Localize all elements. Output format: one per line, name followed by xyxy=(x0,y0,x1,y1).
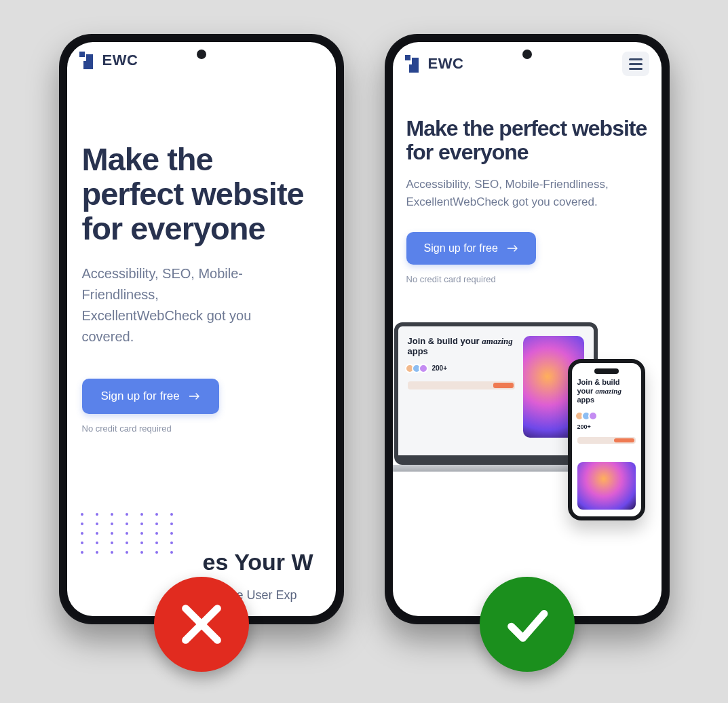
bad-verdict-badge xyxy=(154,577,249,672)
arrow-right-icon xyxy=(507,245,518,252)
arrow-right-icon xyxy=(189,393,200,400)
brand-name: EWC xyxy=(428,55,464,73)
laptop-mockup: Join & build your amazing apps 200+ xyxy=(394,322,598,465)
good-verdict-badge xyxy=(480,577,575,672)
phone-frame: EWC Make the perfect website for everyon… xyxy=(59,34,344,624)
signup-button-label: Sign up for free xyxy=(424,242,498,254)
hero-title: Make the perfect website for everyone xyxy=(406,117,648,164)
overflow-heading-fragment: es Your W xyxy=(203,549,313,575)
checkmark-icon xyxy=(501,598,554,651)
brand-name: EWC xyxy=(102,52,138,69)
mock-avatars-row xyxy=(577,411,636,421)
mock-count: 200+ xyxy=(432,364,448,372)
comparison-bad: EWC Make the perfect website for everyon… xyxy=(59,34,344,624)
phone-screen: EWC Make the perfect website for everyon… xyxy=(393,42,662,616)
device-mockups: Join & build your amazing apps 200+ xyxy=(406,310,648,541)
cta-note: No credit card required xyxy=(406,274,648,284)
phone-screen: EWC Make the perfect website for everyon… xyxy=(67,42,336,616)
decorative-dot-grid xyxy=(81,513,178,554)
signup-button-label: Sign up for free xyxy=(101,390,180,403)
mock-phone-image xyxy=(577,462,636,510)
mock-input xyxy=(577,437,636,444)
mock-phone-title: Join & build your amazing apps xyxy=(577,378,636,405)
mock-input xyxy=(408,381,515,390)
hero-subtitle: Accessibility, SEO, Mobile-Friendliness,… xyxy=(406,176,648,212)
header: EWC xyxy=(393,42,662,81)
mock-avatars-row: 200+ xyxy=(408,364,515,373)
comparison-good: EWC Make the perfect website for everyon… xyxy=(385,34,670,624)
signup-button[interactable]: Sign up for free xyxy=(82,379,219,414)
mock-laptop-title: Join & build your amazing apps xyxy=(408,336,515,357)
brand[interactable]: EWC xyxy=(79,52,138,69)
mini-phone-mockup: Join & build your amazing apps 200+ xyxy=(568,359,645,520)
overflow-subheading-fragment: e User Exp xyxy=(237,588,297,603)
cross-icon xyxy=(175,598,228,651)
header: EWC xyxy=(67,42,336,75)
hero-subtitle: Accessibility, SEO, Mobile-Friendliness,… xyxy=(82,263,258,347)
hero-section: Make the perfect website for everyone Ac… xyxy=(67,75,336,434)
hero-title: Make the perfect website for everyone xyxy=(82,142,321,246)
mock-count: 200+ xyxy=(577,423,636,430)
hamburger-menu-button[interactable] xyxy=(622,52,649,76)
cta-note: No credit card required xyxy=(82,423,321,434)
hamburger-icon xyxy=(629,58,643,60)
brand-logo-icon xyxy=(405,55,423,73)
brand-logo-icon xyxy=(79,52,97,69)
phone-frame: EWC Make the perfect website for everyon… xyxy=(385,34,670,624)
brand[interactable]: EWC xyxy=(405,55,464,73)
hero-section: Make the perfect website for everyone Ac… xyxy=(393,117,662,541)
signup-button[interactable]: Sign up for free xyxy=(406,232,536,265)
